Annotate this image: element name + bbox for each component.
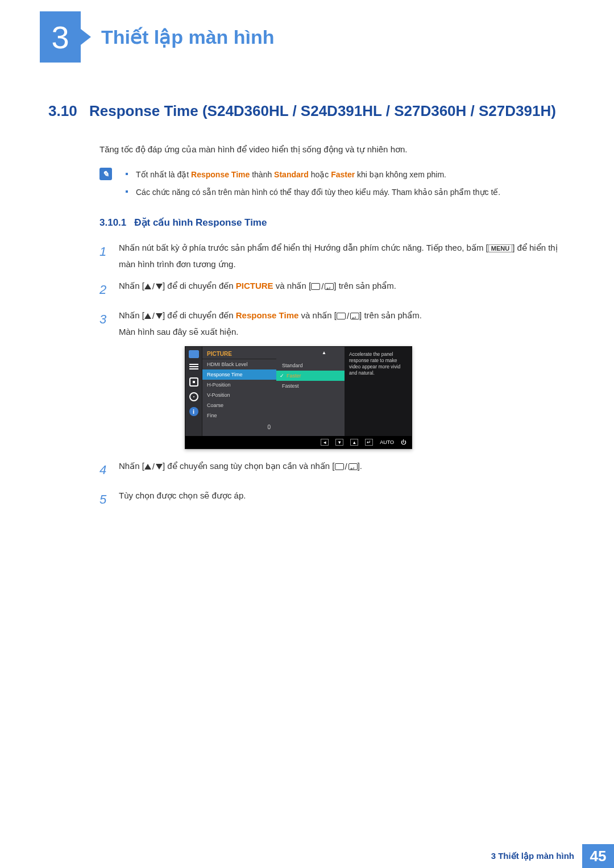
step-3: 3 Nhấn [/] để di chuyển đến Response Tim… (99, 308, 563, 340)
note-item-1: Tốt nhất là đặt Response Time thành Stan… (126, 168, 500, 182)
osd-options: Standard Faster Fastest (276, 347, 345, 436)
osd-nav-down-icon: ▾ (335, 439, 343, 446)
note-list: Tốt nhất là đặt Response Time thành Stan… (126, 168, 500, 203)
section-number: 3.10 (48, 102, 89, 120)
chapter-header: 3 Thiết lập màn hình (0, 0, 614, 63)
up-down-arrow-icon: / (144, 459, 163, 475)
osd-menu-title: PICTURE (202, 349, 276, 359)
subsection-title: Đặt cấu hình Response Time (134, 217, 267, 229)
settings-tab-icon (189, 377, 198, 387)
subsection-heading: 3.10.1 Đặt cấu hình Response Time (99, 217, 563, 229)
step-4: 4 Nhấn [/] để chuyển sang tùy chọn bạn c… (99, 458, 563, 482)
osd-menu-item: H-Position (202, 380, 276, 390)
osd-option: Fastest (276, 381, 345, 391)
note-block: ✎ Tốt nhất là đặt Response Time thành St… (99, 168, 563, 203)
osd-menu-item: HDMI Black Level (202, 359, 276, 369)
section-title: Response Time (S24D360HL / S24D391HL / S… (89, 102, 556, 119)
select-enter-icon: / (335, 459, 358, 475)
osd-option: Standard (276, 360, 345, 371)
subsection-number: 3.10.1 (99, 217, 126, 229)
menu-tab-icon (189, 364, 198, 372)
osd-footer: ◂ ▾ ▴ ↵ AUTO ⏻ (185, 436, 412, 448)
footer-chapter-title: 3 Thiết lập màn hình (491, 844, 582, 868)
footer-page-number: 45 (582, 844, 614, 868)
menu-button-label: MENU (488, 244, 512, 252)
step-1: 1 Nhấn nút bất kỳ ở phía trước sản phẩm … (99, 240, 563, 272)
osd-option-selected: Faster (276, 371, 345, 381)
step-number: 4 (99, 458, 119, 482)
step-2: 2 Nhấn [/] để di chuyển đến PICTURE và n… (99, 278, 563, 302)
osd-menu-item-active: Response Time (202, 369, 276, 380)
chapter-number-box: 3 (40, 11, 81, 63)
step-number: 1 (99, 240, 119, 272)
osd-menu-item: V-Position (202, 390, 276, 400)
intro-text: Tăng tốc độ đáp ứng của màn hình để vide… (99, 143, 563, 156)
system-tab-icon (189, 392, 198, 401)
step-number: 2 (99, 278, 119, 302)
osd-panel: ▲ i PICTURE HDMI Black Level Response Ti… (185, 346, 412, 449)
up-down-arrow-icon: / (144, 279, 163, 295)
select-enter-icon: / (337, 308, 359, 325)
osd-description: Accelerate the panel response rate to ma… (345, 347, 412, 436)
up-down-arrow-icon: / (144, 308, 163, 325)
select-enter-icon: / (311, 279, 334, 295)
osd-menu-list: PICTURE HDMI Black Level Response Time H… (202, 347, 276, 436)
step-number: 3 (99, 308, 119, 340)
page-footer: 3 Thiết lập màn hình 45 (0, 844, 614, 868)
osd-auto-label: AUTO (380, 439, 394, 445)
steps-list: 1 Nhấn nút bất kỳ ở phía trước sản phẩm … (99, 240, 563, 511)
osd-power-icon: ⏻ (401, 439, 406, 445)
chapter-number: 3 (51, 19, 69, 56)
osd-menu-item: Fine (202, 410, 276, 421)
info-tab-icon: i (189, 407, 198, 416)
picture-tab-icon (189, 350, 199, 358)
osd-menu-item: Coarse (202, 400, 276, 410)
osd-sidebar: i (185, 347, 202, 436)
section-body: 3.10 Response Time (S24D360HL / S24D391H… (0, 63, 614, 512)
osd-nav-up-icon: ▴ (350, 439, 358, 446)
step-number: 5 (99, 488, 119, 512)
note-item-2: Các chức năng có sẵn trên màn hình có th… (126, 185, 500, 200)
osd-figure: ▲ i PICTURE HDMI Black Level Response Ti… (185, 346, 563, 449)
osd-value: 0 (202, 421, 276, 434)
note-icon: ✎ (99, 168, 112, 180)
osd-nav-left-icon: ◂ (321, 439, 329, 446)
chapter-title: Thiết lập màn hình (101, 26, 275, 48)
osd-nav-enter-icon: ↵ (365, 439, 373, 446)
scroll-up-indicator-icon: ▲ (322, 350, 326, 355)
step-5: 5 Tùy chọn được chọn sẽ được áp. (99, 488, 563, 512)
section-heading: 3.10 Response Time (S24D360HL / S24D391H… (48, 102, 563, 120)
